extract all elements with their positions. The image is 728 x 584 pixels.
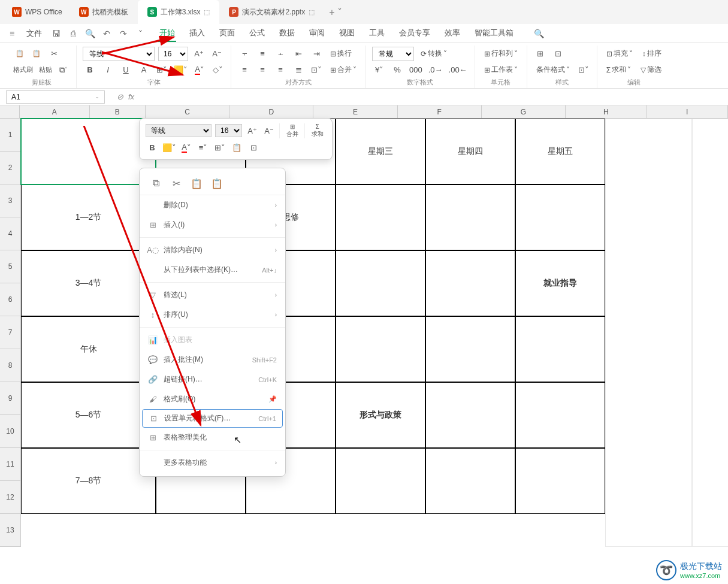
copy-icon[interactable]: ⧉: [149, 177, 162, 190]
align-middle-button[interactable]: ≡: [255, 47, 270, 61]
tab-page[interactable]: 页面: [218, 25, 236, 42]
format-button[interactable]: ⊡˅: [576, 63, 591, 77]
tab-close-icon[interactable]: ⬚: [309, 8, 315, 16]
mini-font-select[interactable]: 等线: [146, 124, 212, 137]
ctx-format-painter[interactable]: 🖌格式刷(O)📌: [140, 389, 285, 409]
cell[interactable]: 形式与政策: [336, 382, 425, 448]
cell-rowlabel[interactable]: 3—4节: [21, 250, 156, 316]
mini-table[interactable]: ⊡: [247, 141, 260, 154]
cell[interactable]: [515, 382, 605, 448]
tab-close-icon[interactable]: ⬚: [204, 8, 210, 16]
print-icon[interactable]: ⎙: [67, 28, 79, 40]
col-header-b[interactable]: B: [90, 105, 146, 119]
align-bottom-button[interactable]: ⫠: [273, 47, 288, 61]
border-button[interactable]: ⊞˅: [155, 63, 169, 77]
paste-icon[interactable]: 📋: [190, 177, 203, 190]
wrap-text-button[interactable]: ⊟ 换行: [327, 47, 355, 61]
ctx-insert-comment[interactable]: 💬插入批注(M)Shift+F2: [140, 350, 285, 370]
shrink-font-button[interactable]: A⁻: [210, 47, 224, 61]
increase-decimal-button[interactable]: .0→: [427, 63, 444, 77]
underline-button[interactable]: U: [119, 63, 133, 77]
sum-button[interactable]: Σ 求和˅: [603, 63, 634, 77]
rowcol-button[interactable]: ⊞ 行和列˅: [481, 47, 521, 61]
currency-button[interactable]: ¥˅: [372, 63, 386, 77]
tab-tools[interactable]: 工具: [368, 25, 386, 42]
cell[interactable]: [336, 448, 425, 514]
row-header[interactable]: 6: [0, 283, 21, 316]
cell-header[interactable]: 星期四: [425, 119, 515, 184]
decrease-decimal-button[interactable]: .00←: [448, 63, 469, 77]
row-header[interactable]: 8: [0, 349, 21, 382]
clear-format-button[interactable]: ◇˅: [210, 63, 225, 77]
ctx-more[interactable]: 更多表格功能›: [140, 453, 285, 473]
ctx-delete[interactable]: 删除(D)›: [140, 195, 285, 215]
align-left-button[interactable]: ≡: [237, 63, 252, 77]
row-header[interactable]: 5: [0, 250, 21, 283]
align-center-button[interactable]: ≡: [255, 63, 270, 77]
cut-button[interactable]: ✂: [47, 47, 61, 61]
cell-rowlabel[interactable]: 7—8节: [21, 448, 156, 514]
merge-button[interactable]: ⊞ 合并˅: [327, 63, 360, 77]
cell-style-button[interactable]: ⊡: [551, 47, 566, 61]
select-all-corner[interactable]: [0, 105, 20, 119]
col-header-h[interactable]: H: [566, 105, 647, 119]
tab-presentation[interactable]: P 演示文稿素材2.pptx ⬚: [219, 0, 324, 24]
tab-view[interactable]: 视图: [338, 25, 356, 42]
col-header-g[interactable]: G: [482, 105, 566, 119]
mini-align[interactable]: ≡˅: [197, 141, 210, 154]
cell-rowlabel[interactable]: 5—6节: [21, 382, 156, 448]
worksheet-button[interactable]: ⊞ 工作表˅: [481, 63, 521, 77]
tab-smart[interactable]: 智能工具箱: [473, 25, 515, 42]
cancel-icon[interactable]: ⊘: [117, 92, 123, 101]
ctx-hyperlink[interactable]: 🔗超链接(H)…Ctrl+K: [140, 370, 285, 389]
mini-sum-button[interactable]: Σ求和: [304, 123, 326, 138]
grow-font-button[interactable]: A⁺: [192, 47, 206, 61]
cell[interactable]: [425, 448, 515, 514]
align-top-button[interactable]: ⫟: [237, 47, 252, 61]
tab-insert[interactable]: 插入: [188, 25, 206, 42]
row-header[interactable]: 3: [0, 184, 21, 217]
mini-fill-color[interactable]: 🟨˅: [162, 141, 176, 154]
row-header[interactable]: 2: [0, 152, 21, 184]
mini-bold[interactable]: B: [146, 141, 159, 154]
mini-font-color[interactable]: A˅: [180, 141, 193, 154]
preview-icon[interactable]: 🔍: [84, 28, 96, 40]
number-format-select[interactable]: 常规: [372, 47, 414, 61]
col-header-f[interactable]: F: [398, 105, 482, 119]
mini-shrink-font[interactable]: A⁻: [262, 124, 276, 137]
font-select[interactable]: 等线: [83, 47, 155, 61]
row-header[interactable]: 1: [0, 119, 21, 152]
row-header[interactable]: 12: [0, 481, 21, 514]
indent-decrease-button[interactable]: ⇤: [291, 47, 306, 61]
align-right-button[interactable]: ≡: [273, 63, 288, 77]
cell[interactable]: [336, 184, 425, 250]
cut-icon[interactable]: ✂: [170, 177, 183, 190]
bold-button[interactable]: B: [83, 63, 97, 77]
cell-rowlabel[interactable]: 1—2节: [21, 184, 156, 250]
cell[interactable]: [425, 184, 515, 250]
tab-efficiency[interactable]: 效率: [443, 25, 461, 42]
cell[interactable]: [515, 448, 605, 514]
ctx-insert[interactable]: ⊞插入(I)›: [140, 215, 285, 235]
col-header-i[interactable]: I: [647, 105, 728, 119]
cell-rowlabel[interactable]: 午休: [21, 316, 156, 382]
col-header-a[interactable]: A: [20, 105, 90, 119]
cell[interactable]: [515, 316, 605, 382]
ctx-sort[interactable]: ↕排序(U)›: [140, 305, 285, 325]
tab-review[interactable]: 审阅: [308, 25, 326, 42]
cell-header[interactable]: 星期三: [336, 119, 425, 184]
copy-button[interactable]: ⧉˅: [56, 63, 70, 77]
cell-blank[interactable]: [605, 119, 692, 547]
add-tab-button[interactable]: + ˅: [324, 7, 347, 18]
mini-merge-button[interactable]: ⊞合并: [279, 123, 301, 138]
tab-home[interactable]: 开始: [158, 25, 176, 42]
ctx-table-beautify[interactable]: ⊞表格整理美化: [140, 428, 285, 447]
redo-icon[interactable]: ↷: [117, 28, 129, 40]
spreadsheet[interactable]: A B C D E F G H I 1 2 3 4 5 6 7 8 9 10 1…: [0, 105, 728, 584]
fill-button[interactable]: ⊡ 填充˅: [603, 47, 636, 61]
italic-button[interactable]: I: [101, 63, 115, 77]
row-header[interactable]: 10: [0, 415, 21, 448]
indent-increase-button[interactable]: ⇥: [309, 47, 324, 61]
cell[interactable]: [425, 316, 515, 382]
row-header[interactable]: 11: [0, 448, 21, 481]
